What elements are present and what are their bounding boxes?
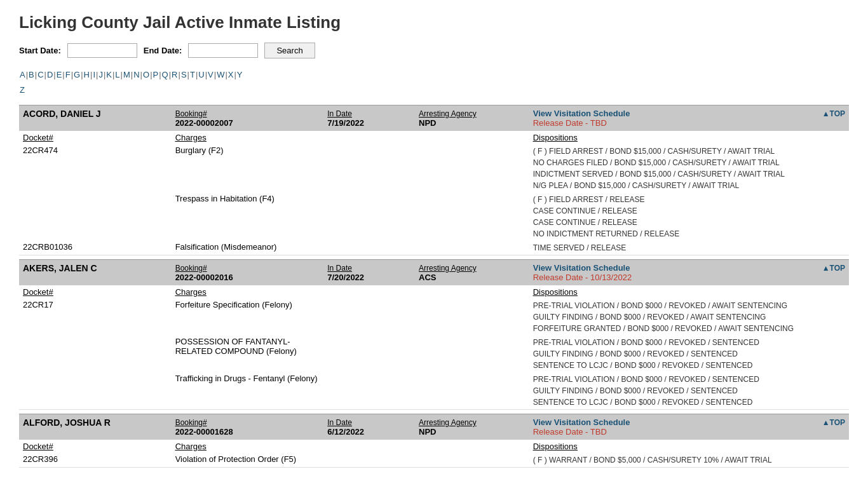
indate-col-blank (323, 131, 415, 144)
end-date-label: End Date: (144, 46, 182, 55)
indate-blank (323, 372, 415, 410)
top-blank (803, 336, 849, 372)
top-link-cell[interactable]: ▲TOP (803, 259, 849, 285)
inmate-name: ALFORD, JOSHUA R (19, 414, 172, 440)
search-form: Start Date: End Date: Search (19, 43, 849, 58)
top-link[interactable]: ▲TOP (822, 109, 845, 118)
top-link[interactable]: ▲TOP (822, 264, 845, 273)
view-visitation-link[interactable]: View Visitation Schedule (533, 263, 630, 273)
inmate-agency-header: Arresting Agency ACS (415, 259, 529, 285)
indate-col-blank (323, 440, 415, 453)
docket-cell (19, 372, 172, 410)
sub-header-row: Docket# Charges Dispositions (19, 440, 849, 453)
inmate-table: ACORD, DANIEL J Booking# 2022-00002007 I… (19, 105, 849, 471)
charges-col-header: Charges (172, 131, 324, 144)
table-row: 22CR17 Forfeiture Specification (Felony)… (19, 299, 849, 336)
docket-cell: 22CR17 (19, 299, 172, 336)
inmate-booking-header: Booking# 2022-00002007 (172, 105, 324, 131)
search-button[interactable]: Search (264, 43, 315, 58)
indate-col-blank (323, 285, 415, 299)
agency-blank (415, 241, 529, 255)
docket-col-header: Docket# (19, 440, 172, 453)
inmate-header-row: ACORD, DANIEL J Booking# 2022-00002007 I… (19, 105, 849, 131)
agency-blank (415, 372, 529, 410)
dispositions-col-header: Dispositions (529, 285, 803, 299)
inmate-visitation-cell[interactable]: View Visitation Schedule Release Date - … (529, 259, 803, 285)
inmate-indate-header: In Date 6/12/2022 (323, 414, 415, 440)
sub-header-row: Docket# Charges Dispositions (19, 285, 849, 299)
top-link-cell[interactable]: ▲TOP (803, 105, 849, 131)
page-title: Licking County Jail Active Inmate Listin… (19, 13, 849, 32)
agency-blank (415, 144, 529, 193)
disposition-cell: TIME SERVED / RELEASE (529, 241, 803, 255)
view-visitation-link[interactable]: View Visitation Schedule (533, 417, 630, 427)
table-row: POSSESSION OF FANTANYL-RELATED COMPOUND … (19, 336, 849, 372)
dispositions-col-header: Dispositions (529, 440, 803, 453)
indate-blank (323, 336, 415, 372)
inmate-visitation-cell[interactable]: View Visitation Schedule Release Date - … (529, 105, 803, 131)
top-col-blank (803, 440, 849, 453)
charge-cell: Violation of Protection Order (F5) (172, 453, 324, 468)
top-col-blank (803, 285, 849, 299)
docket-cell: 22CRB01036 (19, 241, 172, 255)
agency-blank (415, 193, 529, 241)
top-link[interactable]: ▲TOP (822, 418, 845, 427)
docket-col-header: Docket# (19, 131, 172, 144)
charge-cell: Forfeiture Specification (Felony) (172, 299, 324, 336)
agency-blank (415, 336, 529, 372)
docket-cell: 22CR474 (19, 144, 172, 193)
top-blank (803, 453, 849, 468)
top-blank (803, 299, 849, 336)
top-blank (803, 241, 849, 255)
inmate-visitation-cell[interactable]: View Visitation Schedule Release Date - … (529, 414, 803, 440)
start-date-input[interactable] (67, 43, 137, 58)
docket-cell (19, 193, 172, 241)
inmate-name: ACORD, DANIEL J (19, 105, 172, 131)
inmate-indate-header: In Date 7/19/2022 (323, 105, 415, 131)
charge-cell: Trafficking in Drugs - Fentanyl (Felony) (172, 372, 324, 410)
inmate-name: AKERS, JALEN C (19, 259, 172, 285)
table-row: Trespass in Habitation (F4) ( F ) FIELD … (19, 193, 849, 241)
release-date: Release Date - 10/13/2022 (533, 273, 632, 282)
indate-blank (323, 144, 415, 193)
agency-blank (415, 299, 529, 336)
inmate-booking-header: Booking# 2022-00001628 (172, 414, 324, 440)
inmate-header-row: AKERS, JALEN C Booking# 2022-00002016 In… (19, 259, 849, 285)
indate-blank (323, 193, 415, 241)
docket-cell: 22CR396 (19, 453, 172, 468)
disposition-cell: ( F ) FIELD ARREST / BOND $15,000 / CASH… (529, 144, 803, 193)
table-row: 22CR396 Violation of Protection Order (F… (19, 453, 849, 468)
indate-blank (323, 299, 415, 336)
top-link-cell[interactable]: ▲TOP (803, 414, 849, 440)
inmate-agency-header: Arresting Agency NPD (415, 105, 529, 131)
inmate-indate-header: In Date 7/20/2022 (323, 259, 415, 285)
dispositions-col-header: Dispositions (529, 131, 803, 144)
charge-cell: Burglary (F2) (172, 144, 324, 193)
release-date: Release Date - TBD (533, 118, 607, 128)
alpha-navigation: A|B|C|D|E|F|G|H|I|J|K|L|M|N|O|P|Q|R|S|T|… (19, 67, 849, 97)
disposition-cell: PRE-TRIAL VIOLATION / BOND $000 / REVOKE… (529, 372, 803, 410)
agency-col-blank (415, 131, 529, 144)
agency-blank (415, 453, 529, 468)
charge-cell: POSSESSION OF FANTANYL-RELATED COMPOUND … (172, 336, 324, 372)
release-date: Release Date - TBD (533, 427, 607, 437)
charges-col-header: Charges (172, 440, 324, 453)
inmate-booking-header: Booking# 2022-00002016 (172, 259, 324, 285)
agency-col-blank (415, 440, 529, 453)
docket-col-header: Docket# (19, 285, 172, 299)
disposition-cell: PRE-TRIAL VIOLATION / BOND $000 / REVOKE… (529, 336, 803, 372)
indate-blank (323, 241, 415, 255)
end-date-input[interactable] (188, 43, 258, 58)
spacer-row (19, 255, 849, 259)
disposition-cell: PRE-TRIAL VIOLATION / BOND $000 / REVOKE… (529, 299, 803, 336)
spacer-row (19, 409, 849, 414)
top-blank (803, 144, 849, 193)
table-row: 22CR474 Burglary (F2) ( F ) FIELD ARREST… (19, 144, 849, 193)
inmate-header-row: ALFORD, JOSHUA R Booking# 2022-00001628 … (19, 414, 849, 440)
table-row: 22CRB01036 Falsification (Misdemeanor) T… (19, 241, 849, 255)
top-blank (803, 193, 849, 241)
sub-header-row: Docket# Charges Dispositions (19, 131, 849, 144)
charges-col-header: Charges (172, 285, 324, 299)
view-visitation-link[interactable]: View Visitation Schedule (533, 109, 630, 118)
start-date-label: Start Date: (19, 46, 61, 55)
